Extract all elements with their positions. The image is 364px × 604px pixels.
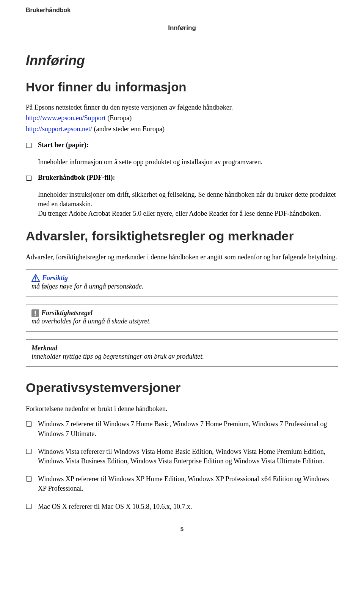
intro-paragraph: På Epsons nettstedet finner du den nyest… [26, 103, 338, 112]
list-item: ❏ Windows XP refererer til Windows XP Ho… [26, 474, 338, 493]
bullet-icon: ❏ [26, 474, 33, 482]
page-title: Innføring [26, 53, 338, 69]
note-title: Merknad [31, 344, 57, 352]
svg-point-4 [35, 315, 36, 316]
note-title: Forsiktighetsregel [41, 309, 93, 317]
warnings-intro: Advarsler, forsiktighetsregler og merkna… [26, 253, 338, 262]
bullet-item: ❏ Start her (papir): [26, 141, 338, 149]
note-title: Forsiktig [42, 274, 68, 282]
bullet-title: Start her (papir): [38, 141, 89, 149]
page-number: 5 [26, 526, 338, 532]
bullet-icon: ❏ [26, 141, 33, 149]
warning-triangle-icon [31, 274, 40, 282]
heading-where-info: Hvor finner du informasjon [26, 80, 338, 94]
bullet-icon: ❏ [26, 502, 33, 510]
bullet-title: Brukerhåndbok (PDF-fil): [38, 174, 115, 182]
os-intro: Forkortelsene nedenfor er brukt i denne … [26, 404, 338, 413]
bullet-item: ❏ Brukerhåndbok (PDF-fil): [26, 174, 338, 182]
bullet-icon: ❏ [26, 174, 33, 182]
note-forsiktig: Forsiktig må følges nøye for å unngå per… [26, 269, 338, 297]
bullet-icon: ❏ [26, 419, 33, 427]
note-body: må overholdes for å unngå å skade utstyr… [31, 317, 333, 326]
bullet-icon: ❏ [26, 447, 33, 455]
bullet-body: Inneholder informasjon om å sette opp pr… [38, 157, 338, 167]
divider [26, 45, 338, 45]
note-body: må følges nøye for å unngå personskade. [31, 282, 333, 291]
os-text: Windows 7 refererer til Windows 7 Home B… [38, 419, 338, 438]
doc-title: Brukerhåndbok [26, 7, 338, 14]
link-other[interactable]: http://support.epson.net/ [26, 125, 92, 133]
link-europe[interactable]: http://www.epson.eu/Support [26, 114, 106, 122]
os-text: Mac OS X refererer til Mac OS X 10.5.8, … [38, 502, 192, 511]
caution-square-icon [31, 309, 39, 317]
list-item: ❏ Windows 7 refererer til Windows 7 Home… [26, 419, 338, 438]
os-text: Windows Vista refererer til Windows Vist… [38, 447, 338, 466]
bullet-body: Inneholder instruksjoner om drift, sikke… [38, 190, 338, 219]
link-other-suffix: (andre steder enn Europa) [92, 125, 165, 133]
note-body: inneholder nyttige tips og begrensninger… [31, 352, 333, 361]
note-merknad: Merknad inneholder nyttige tips og begre… [26, 339, 338, 367]
note-forsiktighetsregel: Forsiktighetsregel må overholdes for å u… [26, 304, 338, 331]
heading-os-versions: Operativsystemversjoner [26, 380, 338, 395]
list-item: ❏ Windows Vista refererer til Windows Vi… [26, 447, 338, 466]
svg-point-1 [35, 280, 36, 281]
heading-warnings: Advarsler, forsiktighetsregler og merkna… [26, 229, 338, 243]
os-text: Windows XP refererer til Windows XP Home… [38, 474, 338, 493]
list-item: ❏ Mac OS X refererer til Mac OS X 10.5.8… [26, 502, 338, 511]
link-europe-suffix: (Europa) [106, 114, 132, 122]
section-label: Innføring [26, 24, 338, 32]
